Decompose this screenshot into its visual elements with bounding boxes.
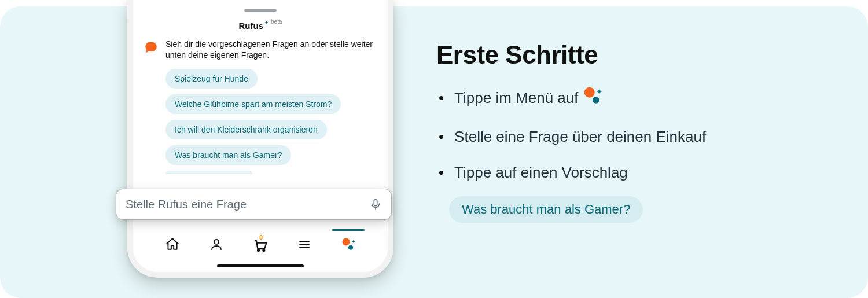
svg-point-2	[263, 249, 264, 251]
nav-cart-icon[interactable]: 0	[252, 236, 269, 252]
example-suggestion-pill[interactable]: Was braucht man als Gamer?	[449, 196, 643, 223]
nav-active-indicator	[332, 229, 365, 231]
rufus-icon	[583, 86, 602, 110]
beta-badge: beta	[271, 19, 282, 25]
suggestion-chip[interactable]: Ich will den Kleiderschrank organisieren	[165, 120, 327, 139]
nav-menu-icon[interactable]	[296, 236, 312, 252]
svg-point-7	[348, 245, 353, 250]
suggestion-chips: Spielzeug für Hunde Welche Glühbirne spa…	[133, 61, 388, 174]
app-title: Rufusbeta	[133, 17, 388, 31]
sheet-drag-handle[interactable]	[244, 9, 277, 12]
app-title-text: Rufus	[239, 21, 264, 31]
suggestion-chip[interactable]: Spielzeug für Hunde	[165, 69, 258, 89]
chat-bubble-icon	[144, 40, 159, 55]
svg-point-6	[342, 238, 350, 245]
step-item: Tippe auf einen Vorschlag	[436, 163, 830, 182]
svg-point-1	[258, 249, 259, 251]
sparkle-icon	[264, 17, 269, 27]
home-indicator	[217, 264, 304, 267]
chip-label: Spielzeug für Hunde	[175, 74, 248, 83]
step-text: Stelle eine Frage über deinen Einkauf	[454, 127, 706, 146]
step-item: Stelle eine Frage über deinen Einkauf	[436, 127, 830, 146]
chip-label: Was braucht man als Gamer?	[175, 150, 282, 160]
suggestion-chip[interactable]: Was braucht man als Gamer?	[165, 145, 291, 165]
step-item: Tippe im Menü auf	[436, 86, 830, 110]
step-text: Tippe auf einen Vorschlag	[454, 163, 628, 182]
nav-home-icon[interactable]	[164, 236, 181, 252]
bottom-nav: 0	[133, 231, 388, 272]
nav-rufus-icon[interactable]	[340, 236, 356, 252]
question-input-bar[interactable]	[116, 189, 392, 220]
svg-point-11	[593, 97, 599, 104]
steps-list: Tippe im Menü auf Stelle eine Frage über…	[436, 86, 830, 182]
question-input[interactable]	[126, 198, 369, 211]
chip-label: Ich will den Kleiderschrank organisieren	[175, 125, 318, 134]
chip-label: Welche Glühbirne spart am meisten Strom?	[175, 100, 332, 109]
svg-rect-8	[374, 200, 377, 206]
microphone-icon[interactable]	[369, 198, 382, 211]
page-headline: Erste Schritte	[436, 41, 830, 69]
step-text: Tippe im Menü auf	[454, 89, 578, 108]
phone-mockup: Rufusbeta Sieh dir die vorgeschlagenen F…	[127, 0, 393, 278]
nav-profile-icon[interactable]	[208, 236, 225, 252]
intro-text: Sieh dir die vorgeschlagenen Fragen an o…	[165, 39, 375, 61]
svg-point-10	[584, 87, 595, 98]
svg-point-0	[214, 240, 219, 244]
suggestion-chip-peek	[165, 171, 252, 174]
example-pill-text: Was braucht man als Gamer?	[462, 202, 630, 216]
cart-count-badge: 0	[259, 234, 263, 241]
suggestion-chip[interactable]: Welche Glühbirne spart am meisten Strom?	[165, 94, 341, 114]
